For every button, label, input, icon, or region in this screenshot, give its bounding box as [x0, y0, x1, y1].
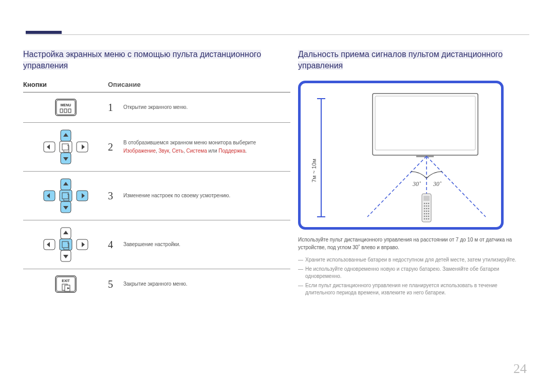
step-number: 5: [108, 278, 123, 290]
svg-rect-44: [416, 155, 434, 157]
svg-point-58: [428, 203, 430, 204]
svg-point-73: [428, 216, 430, 217]
svg-rect-43: [375, 96, 475, 150]
page-number: 24: [513, 361, 527, 377]
note-item: Храните использованные батареи в недосту…: [298, 256, 524, 264]
header-rule: [26, 31, 529, 35]
svg-rect-34: [60, 239, 72, 250]
svg-text:30˚: 30˚: [412, 180, 421, 188]
col-header-desc: Описание: [108, 81, 290, 89]
svg-point-69: [426, 213, 428, 215]
table-header: Кнопки Описание: [23, 81, 290, 92]
table-row: 3 Изменение настроек по своему усмотрени…: [23, 172, 290, 220]
note-item: Не используйте одновременно новую и стар…: [298, 266, 524, 280]
svg-text:MENU: MENU: [60, 103, 71, 107]
svg-point-64: [428, 208, 430, 210]
diagram-caption: Используйте пульт дистанционного управле…: [298, 236, 524, 251]
svg-point-57: [426, 203, 428, 204]
button-icon-exit: EXIT: [23, 275, 108, 293]
step-description: Изменение настроек по своему усмотрению.: [123, 192, 290, 200]
svg-point-59: [424, 206, 425, 207]
step-number: 4: [108, 239, 123, 251]
step-number: 3: [108, 190, 123, 202]
svg-point-56: [424, 203, 425, 204]
table-row: 2 В отобразившемся экранном меню монитор…: [23, 123, 290, 172]
svg-point-60: [426, 206, 428, 207]
note-item: Если пульт дистанционного управления не …: [298, 282, 524, 296]
right-heading: Дальность приема сигналов пультом дистан…: [298, 49, 524, 71]
step-number: 2: [108, 141, 123, 153]
svg-point-71: [424, 216, 425, 217]
step-description: Открытие экранного меню.: [123, 103, 290, 111]
svg-point-66: [426, 211, 428, 212]
svg-rect-14: [60, 141, 72, 153]
svg-text:30˚: 30˚: [433, 180, 441, 188]
step-description: Завершение настройки.: [123, 240, 290, 249]
step-description: Закрытие экранного меню.: [123, 280, 290, 288]
right-column: Дальность приема сигналов пультом дистан…: [298, 49, 524, 298]
table-row: EXIT 5 Закрытие экранного меню.: [23, 269, 290, 299]
button-icon-dpad-all: [23, 178, 108, 214]
button-icon-menu: MENU: [23, 99, 108, 116]
table-row: MENU 1 Открытие экранного меню.: [23, 92, 290, 123]
svg-point-62: [424, 208, 425, 210]
svg-text:EXIT: EXIT: [62, 279, 70, 283]
remote-range-diagram: 7м ~ 10м 30˚ 30˚: [298, 81, 504, 230]
left-heading: Настройка экранных меню с помощью пульта…: [23, 49, 290, 71]
svg-point-72: [426, 216, 428, 217]
col-header-buttons: Кнопки: [23, 81, 108, 89]
svg-point-76: [428, 218, 430, 220]
svg-point-75: [426, 218, 428, 220]
left-column: Настройка экранных меню с помощью пульта…: [23, 49, 290, 299]
svg-point-74: [424, 218, 425, 220]
svg-point-63: [426, 208, 428, 210]
step-description: В отобразившемся экранном меню монитора …: [123, 139, 290, 155]
button-icon-dpad-updown: [23, 129, 108, 165]
svg-point-67: [428, 211, 430, 212]
svg-text:7м ~ 10м: 7м ~ 10м: [311, 159, 317, 182]
table-row: 4 Завершение настройки.: [23, 220, 290, 269]
svg-point-61: [428, 206, 430, 207]
svg-point-65: [424, 211, 425, 212]
svg-rect-24: [60, 190, 72, 201]
button-icon-dpad-center: [23, 227, 108, 263]
svg-rect-55: [423, 196, 430, 201]
svg-point-70: [428, 213, 430, 215]
step-number: 1: [108, 102, 123, 114]
svg-point-68: [424, 213, 425, 215]
